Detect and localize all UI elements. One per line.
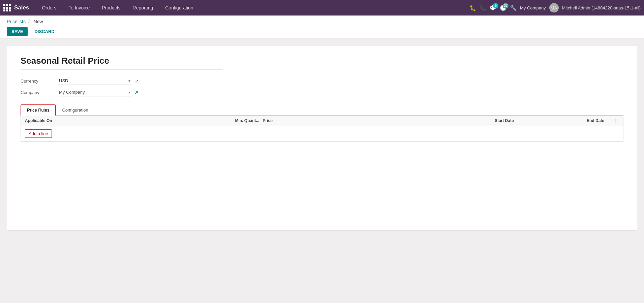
tab-price-rules[interactable]: Price Rules [21,104,56,116]
top-navigation: Sales Orders To Invoice Products Reporti… [0,0,644,16]
table-body: Add a line [21,126,623,141]
currency-select-wrap[interactable]: USD [58,77,132,85]
col-header-price: Price [263,118,402,123]
clock-badge: 33 [503,3,509,8]
menu-to-invoice[interactable]: To Invoice [62,0,96,16]
currency-row: Currency USD ↗ [21,77,623,85]
tabs: Price Rules Configuration [21,104,623,116]
col-header-applicable: Applicable On [25,118,192,123]
bug-icon[interactable]: 🐛 [469,5,476,11]
company-external-link-icon[interactable]: ↗ [134,90,139,95]
app-name[interactable]: Sales [14,4,29,11]
company-name[interactable]: My Company [520,5,546,10]
clock-icon[interactable]: 🕐 33 [500,5,507,11]
currency-select[interactable]: USD [58,77,132,85]
chat-badge: 5 [493,3,498,8]
col-header-enddate: End Date [521,118,611,123]
user-name[interactable]: Mitchell Admin (14804220-saas-15-1-all) [562,5,641,10]
breadcrumb-parent[interactable]: Pricelists [7,19,26,24]
breadcrumb-current: New [34,19,43,24]
app-grid-icon[interactable] [3,4,11,11]
currency-external-link-icon[interactable]: ↗ [134,78,139,84]
breadcrumb-area: Pricelists / New SAVE DISCARD [0,16,644,38]
chat-icon[interactable]: 💬 5 [490,5,496,11]
form-fields: Currency USD ↗ Company My Company [21,77,623,96]
form-card: Seasonal Retail Price Currency USD ↗ Com… [7,45,637,231]
company-select[interactable]: My Company [58,88,132,96]
add-line-button[interactable]: Add a line [25,129,52,138]
phone-icon[interactable]: 📞 [480,5,486,11]
company-select-wrap[interactable]: My Company [58,88,132,96]
top-menu: Orders To Invoice Products Reporting Con… [36,0,468,16]
company-field-wrap: My Company ↗ [58,88,139,96]
action-buttons: SAVE DISCARD [7,27,637,36]
currency-label: Currency [21,79,54,84]
col-header-menu: ⋮ [611,118,619,123]
company-row: Company My Company ↗ [21,88,623,96]
user-avatar[interactable]: MA [549,3,559,12]
menu-orders[interactable]: Orders [36,0,62,16]
currency-field-wrap: USD ↗ [58,77,139,85]
topnav-right-area: 🐛 📞 💬 5 🕐 33 🔧 My Company MA Mitchell Ad… [469,3,641,12]
col-header-minqty: Min. Quant... [192,118,263,123]
breadcrumb: Pricelists / New [7,19,637,24]
tab-configuration[interactable]: Configuration [56,104,94,116]
breadcrumb-separator: / [28,19,30,24]
menu-reporting[interactable]: Reporting [127,0,159,16]
table-header: Applicable On Min. Quant... Price Start … [21,116,623,126]
wrench-icon[interactable]: 🔧 [510,5,517,11]
save-button[interactable]: SAVE [7,27,28,36]
menu-products[interactable]: Products [96,0,126,16]
main-content: Seasonal Retail Price Currency USD ↗ Com… [0,38,644,237]
menu-configuration[interactable]: Configuration [159,0,199,16]
table-area: Applicable On Min. Quant... Price Start … [21,116,623,142]
discard-button[interactable]: DISCARD [30,27,58,36]
company-label: Company [21,90,54,95]
col-header-startdate: Start Date [402,118,520,123]
form-title: Seasonal Retail Price [21,56,223,70]
